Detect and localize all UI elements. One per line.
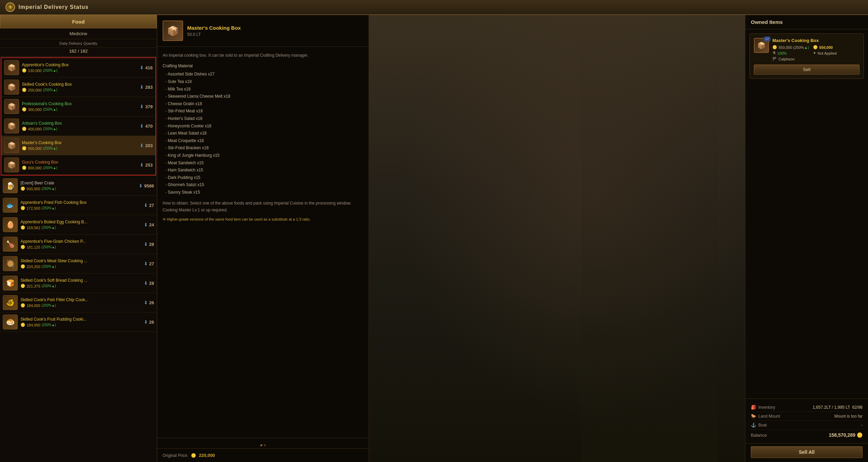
item-count: 283: [145, 85, 153, 90]
item-price: 300,000: [28, 108, 42, 112]
item-list[interactable]: 📦 Apprentice's Cooking Box 🪙 130,000 (25…: [0, 57, 157, 462]
download-icon: ⬇: [140, 84, 144, 90]
detail-body: An imperial cooking box. It can be sold …: [157, 47, 369, 434]
item-row[interactable]: 📦 Professional's Cooking Box 🪙 300,000 (…: [1, 97, 155, 116]
sell-all-button[interactable]: Sell All: [751, 446, 863, 458]
item-count: 28: [149, 281, 154, 286]
boat-label: Boat: [758, 423, 767, 428]
detail-weight: 50.0 LT: [187, 32, 241, 37]
item-icon: 📦: [4, 118, 19, 134]
ingredient-item: Stir-Fried Bracken x18: [163, 144, 363, 152]
coin-icon: 🪙: [22, 146, 27, 151]
nav-dot-1: [260, 444, 262, 446]
item-name: Skilled Cook's Meat Stew Cooking ...: [20, 258, 141, 263]
window-title: Imperial Delivery Status: [18, 4, 88, 10]
item-name: Apprentice's Fried Fish Cooking Box: [20, 200, 141, 205]
item-name: Guru's Cooking Box: [22, 160, 137, 165]
item-icon: 🥚: [3, 217, 18, 232]
boat-value: -: [861, 423, 863, 428]
item-price: 172,500: [27, 206, 40, 210]
daily-delivery-value: 182 / 182: [0, 48, 157, 56]
item-percent: (250%▲): [43, 146, 57, 150]
item-icon: 🍞: [3, 276, 18, 291]
item-price: 800,000: [28, 166, 42, 170]
boat-row: ⚓ Boat -: [751, 421, 863, 430]
inventory-value: 1,657.2LT / 1,995 LT 62/98: [813, 405, 863, 410]
item-count: 28: [149, 242, 154, 247]
title-bar: ⚜ Imperial Delivery Status: [0, 0, 868, 15]
item-count: 253: [145, 163, 153, 168]
item-row[interactable]: 🐠 Skilled Cook's Fish Fillet Chip Cook..…: [0, 293, 157, 312]
item-row[interactable]: 📦 Artisan's Cooking Box 🪙 400,000 (250%▲…: [1, 116, 155, 136]
stats-panel: 🎒 Inventory 1,657.2LT / 1,995 LT 62/98 🐎…: [745, 398, 868, 443]
item-price: 224,250: [27, 265, 40, 269]
item-name: Apprentice's Cooking Box: [22, 62, 137, 67]
ingredients-list: Assorted Side Dishes x27Sute Tea x18Milk…: [163, 71, 363, 196]
item-name: Professional's Cooking Box: [22, 101, 137, 106]
item-row[interactable]: 🍮 Skilled Cook's Fruit Pudding Cooki... …: [0, 312, 157, 332]
download-icon: ⬇: [144, 241, 148, 247]
item-icon: 🐠: [3, 295, 18, 310]
ingredient-item: Honeycomb Cookie x18: [163, 123, 363, 130]
owned-item-card: 📦 27 Master's Cooking Box 🪙 550,000 (250…: [749, 33, 864, 79]
sell-all-bar: Sell All: [745, 443, 868, 462]
item-row[interactable]: 🍗 Apprentice's Five-Grain Chicken P... 🪙…: [0, 235, 157, 254]
owned-enchant: Not Applied: [817, 51, 837, 55]
inventory-icon: 🎒: [751, 405, 756, 410]
item-row[interactable]: 🍞 Skilled Cook's Soft Bread Cooking ... …: [0, 274, 157, 293]
tab-medicine[interactable]: Medicine: [0, 28, 157, 39]
dot-nav: [157, 442, 369, 448]
nav-dot-2: [264, 444, 266, 446]
item-percent: (250%▲): [43, 108, 57, 111]
item-row[interactable]: 📦 Guru's Cooking Box 🪙 800,000 (250%▲) ⬇…: [1, 155, 155, 175]
item-row[interactable]: 🥚 Apprentice's Boiled Egg Cooking B... 🪙…: [0, 215, 157, 235]
item-count: 9586: [144, 183, 154, 188]
detail-obtain: How to obtain: Select one of the above f…: [163, 200, 363, 213]
item-name: [Event] Beer Crate: [20, 181, 136, 185]
item-row[interactable]: 🐟 Apprentice's Fried Fish Cooking Box 🪙 …: [0, 196, 157, 215]
download-icon: ⬇: [140, 143, 144, 148]
ingredient-item: Stir-Fried Meat x18: [163, 108, 363, 115]
item-name: Master's Cooking Box: [22, 140, 137, 145]
item-name: Skilled Cook's Fruit Pudding Cooki...: [20, 317, 141, 322]
detail-note: ※ Higher-grade versions of the same food…: [163, 216, 363, 223]
download-icon: ⬇: [140, 104, 144, 109]
item-icon: 📦: [4, 157, 19, 172]
item-count: 416: [145, 65, 153, 70]
sell-button[interactable]: Sell: [754, 65, 859, 74]
owned-city: Calpheon: [779, 57, 795, 61]
coin-icon: 🪙: [20, 206, 25, 210]
highlighted-group: 📦 Apprentice's Cooking Box 🪙 130,000 (25…: [1, 57, 156, 176]
ingredient-item: Savory Steak x15: [163, 189, 363, 196]
balance-label: Balance: [751, 433, 767, 438]
coin-icon: 🪙: [20, 225, 25, 230]
owned-price: 550,000 (250%▲): [779, 45, 809, 50]
detail-header: 📦 Master's Cooking Box 50.0 LT: [157, 15, 369, 47]
coin-icon: 🪙: [22, 107, 27, 112]
item-name: Skilled Cook's Fish Fillet Chip Cook...: [20, 297, 141, 302]
item-name: Skilled Cook's Soft Bread Cooking ...: [20, 278, 141, 283]
coin-icon: 🪙: [22, 88, 27, 92]
ingredient-item: Lean Meat Salad x18: [163, 130, 363, 137]
daily-delivery-label: Daily Delivery Quantity: [0, 39, 157, 48]
item-icon: 📦: [4, 138, 19, 153]
item-count: 379: [145, 104, 153, 109]
detail-item-icon: 📦: [163, 20, 183, 41]
game-world: [369, 15, 745, 462]
owned-header: Owned Items: [745, 15, 868, 29]
category-tabs: Food Medicine Daily Delivery Quantity 18…: [0, 15, 157, 57]
character-silhouette: [581, 22, 718, 462]
item-percent: (250%▲): [42, 206, 56, 210]
item-row[interactable]: 📦 Apprentice's Cooking Box 🪙 130,000 (25…: [1, 58, 155, 78]
tab-food[interactable]: Food: [0, 15, 157, 28]
item-price: 184,000: [27, 304, 40, 308]
balance-value: 158,570,289 🪙: [829, 432, 863, 438]
item-row[interactable]: 📦 Master's Cooking Box 🪙 550,000 (250%▲)…: [1, 136, 155, 155]
item-count: 26: [149, 320, 154, 325]
item-row[interactable]: 🥘 Skilled Cook's Meat Stew Cooking ... 🪙…: [0, 254, 157, 274]
coin-icon: 🪙: [20, 264, 25, 269]
item-row[interactable]: 📦 Skilled Cook's Cooking Box 🪙 200,000 (…: [1, 78, 155, 97]
land-mount-value: Mount is too far: [834, 414, 863, 419]
left-panel: Food Medicine Daily Delivery Quantity 18…: [0, 15, 157, 462]
item-row[interactable]: 🍺 [Event] Beer Crate 🪙 500,000 (250%▲) ⬇…: [0, 176, 157, 196]
